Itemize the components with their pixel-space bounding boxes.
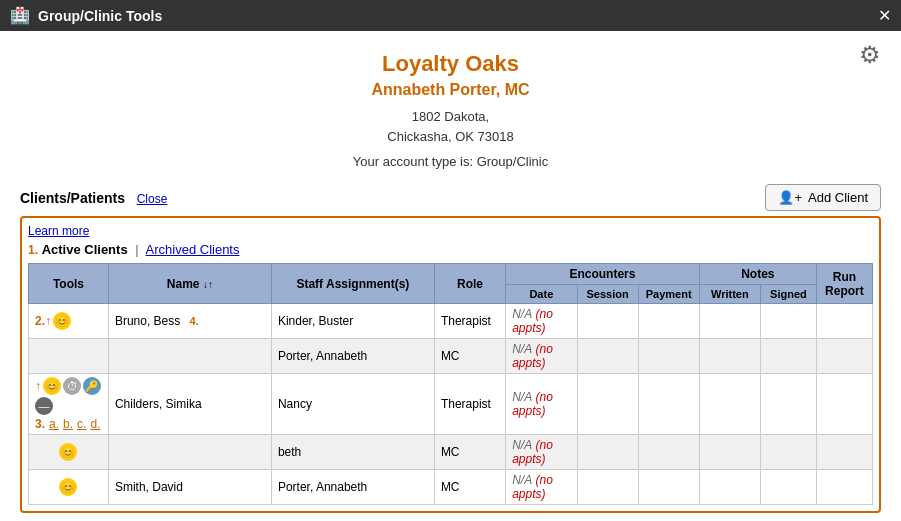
staff-assignment: Nancy (271, 374, 434, 435)
tool-icon-key[interactable]: 🔑 (83, 377, 101, 395)
run-report (816, 339, 872, 374)
staff-assignment: Porter, Annabeth (271, 470, 434, 505)
encounter-payment (638, 374, 699, 435)
notes-written (699, 374, 760, 435)
add-client-label: Add Client (808, 190, 868, 205)
run-report (816, 435, 872, 470)
notes-written (699, 470, 760, 505)
col-header-role: Role (434, 264, 505, 304)
notes-signed (760, 304, 816, 339)
tools-cell (29, 339, 109, 374)
encounter-session (577, 339, 638, 374)
tool-icon-yellow-3[interactable]: 😊 (59, 478, 77, 496)
alpha-c[interactable]: c. (77, 417, 86, 431)
role: Therapist (434, 374, 505, 435)
table-row: 😊 Smith, David Porter, Annabeth MC N/A (… (29, 470, 873, 505)
col-header-payment: Payment (638, 285, 699, 304)
role: MC (434, 470, 505, 505)
address: 1802 Dakota, Chickasha, OK 73018 (20, 107, 881, 146)
label-4: 4. (190, 315, 199, 327)
staff-assignment: Porter, Annabeth (271, 339, 434, 374)
header-section: ⚙ Loyalty Oaks Annabeth Porter, MC 1802 … (20, 41, 881, 174)
encounter-payment (638, 339, 699, 374)
encounter-payment (638, 304, 699, 339)
tools-cell: 😊 (29, 470, 109, 505)
client-name: Smith, David (108, 470, 271, 505)
clients-section: Clients/Patients Close 👤+ Add Client Lea… (20, 184, 881, 521)
tool-icon-yellow-2[interactable]: 😊 (59, 443, 77, 461)
staff-assignment: Kinder, Buster (271, 304, 434, 339)
add-client-icon: 👤+ (778, 190, 802, 205)
alpha-a[interactable]: a. (49, 417, 59, 431)
orange-box: Learn more 1. Active Clients | Archived … (20, 216, 881, 513)
col-header-notes: Notes (699, 264, 816, 285)
table-header-row: Tools Name ↓↑ Staff Assignment(s) Role (29, 264, 873, 285)
col-header-signed: Signed (760, 285, 816, 304)
window-close-button[interactable]: ✕ (878, 6, 891, 25)
encounter-date: N/A (no appts) (506, 304, 577, 339)
tool-icon-yellow[interactable]: 😊 (53, 312, 71, 330)
settings-icon[interactable]: ⚙ (859, 41, 881, 69)
col-header-encounters: Encounters (506, 264, 700, 285)
run-report (816, 304, 872, 339)
staff-assignment: beth (271, 435, 434, 470)
tab-separator: | (135, 242, 138, 257)
notes-written (699, 339, 760, 374)
notes-signed (760, 339, 816, 374)
role: MC (434, 435, 505, 470)
encounter-payment (638, 470, 699, 505)
encounter-date: N/A (no appts) (506, 470, 577, 505)
provider-name: Annabeth Porter, MC (20, 81, 881, 99)
notes-signed (760, 470, 816, 505)
client-name: Bruno, Bess 4. (108, 304, 271, 339)
label-1: 1. (28, 243, 38, 257)
encounter-date: N/A (no appts) (506, 339, 577, 374)
client-name (108, 339, 271, 374)
alpha-d[interactable]: d. (90, 417, 100, 431)
add-client-button[interactable]: 👤+ Add Client (765, 184, 881, 211)
notes-signed (760, 435, 816, 470)
table-row: 😊 beth MC N/A (no appts) (29, 435, 873, 470)
clients-header: Clients/Patients Close 👤+ Add Client (20, 184, 881, 211)
main-content: ⚙ Loyalty Oaks Annabeth Porter, MC 1802 … (0, 31, 901, 521)
tab-row: 1. Active Clients | Archived Clients (28, 242, 873, 257)
notes-written (699, 435, 760, 470)
alpha-b[interactable]: b. (63, 417, 73, 431)
encounter-session (577, 435, 638, 470)
address-line1: 1802 Dakota, (20, 107, 881, 127)
run-report (816, 374, 872, 435)
col-header-session: Session (577, 285, 638, 304)
encounter-session (577, 374, 638, 435)
col-header-name: Name ↓↑ (108, 264, 271, 304)
clients-title: Clients/Patients (20, 190, 125, 206)
clinic-name: Loyalty Oaks (20, 51, 881, 77)
title-bar-left: 🏥 Group/Clinic Tools (10, 6, 162, 25)
table-row: Porter, Annabeth MC N/A (no appts) (29, 339, 873, 374)
account-type: Your account type is: Group/Clinic (20, 154, 881, 169)
active-clients-tab[interactable]: Active Clients (42, 242, 128, 257)
table-row: ↑ 😊 ⏱ 🔑 — 3. a. b. c. d. (29, 374, 873, 435)
col-header-staff: Staff Assignment(s) (271, 264, 434, 304)
app-icon: 🏥 (10, 6, 30, 25)
tool-icon-smiley[interactable]: 😊 (43, 377, 61, 395)
encounter-session (577, 304, 638, 339)
tool-icon-minus[interactable]: — (35, 397, 53, 415)
row-label-3b: 3. (35, 417, 45, 431)
learn-more-link[interactable]: Learn more (28, 224, 873, 238)
tools-cell: 2.↑ 😊 (29, 304, 109, 339)
address-line2: Chickasha, OK 73018 (20, 127, 881, 147)
col-header-run-report: Run Report (816, 264, 872, 304)
encounter-date: N/A (no appts) (506, 435, 577, 470)
clients-title-group: Clients/Patients Close (20, 190, 167, 206)
archived-clients-tab[interactable]: Archived Clients (146, 242, 240, 257)
tool-icon-clock[interactable]: ⏱ (63, 377, 81, 395)
role: Therapist (434, 304, 505, 339)
title-bar: 🏥 Group/Clinic Tools ✕ (0, 0, 901, 31)
close-link[interactable]: Close (137, 192, 168, 206)
encounter-date: N/A (no appts) (506, 374, 577, 435)
name-sort-icon[interactable]: ↓↑ (203, 279, 213, 290)
clients-table: Tools Name ↓↑ Staff Assignment(s) Role (28, 263, 873, 505)
run-report (816, 470, 872, 505)
col-header-tools: Tools (29, 264, 109, 304)
tools-cell: ↑ 😊 ⏱ 🔑 — 3. a. b. c. d. (29, 374, 109, 435)
